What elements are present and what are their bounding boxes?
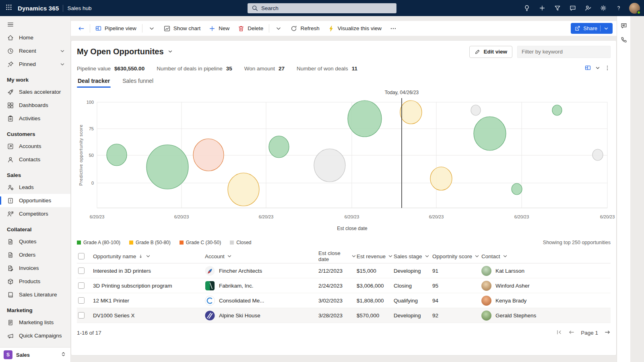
column-header-est-close-date[interactable]: Est close date bbox=[318, 250, 357, 262]
cell-account[interactable]: Fabrikam, Inc. bbox=[205, 281, 318, 291]
cell-opportunity-name[interactable]: DV1000 Series X bbox=[93, 313, 205, 319]
row-checkbox[interactable] bbox=[78, 282, 85, 289]
share-button[interactable]: Share bbox=[571, 23, 613, 34]
new-button[interactable]: New bbox=[205, 23, 233, 34]
svg-text:6/20/23: 6/20/23 bbox=[90, 214, 105, 219]
edit-view-button[interactable]: Edit view bbox=[469, 46, 512, 58]
edit-view-label: Edit view bbox=[483, 49, 507, 55]
sidebar-item-activities[interactable]: Activities bbox=[0, 112, 70, 125]
sidebar-item-contacts[interactable]: Contacts bbox=[0, 153, 70, 166]
table-row[interactable]: DV1000 Series XAlpine Ski House3/28/2023… bbox=[77, 308, 611, 323]
help-icon[interactable] bbox=[612, 2, 625, 14]
row-checkbox[interactable] bbox=[78, 297, 85, 304]
stat-number-of-deals-in-pipeline: Number of deals in pipeline35 bbox=[157, 66, 232, 72]
area-switcher[interactable]: S Sales bbox=[0, 347, 70, 362]
column-header-account[interactable]: Account bbox=[205, 253, 318, 259]
delete-button[interactable]: Delete bbox=[234, 23, 267, 34]
stat-won-amount: Won amount27 bbox=[244, 66, 285, 72]
back-button[interactable] bbox=[74, 23, 89, 34]
more-options-kebab-icon[interactable] bbox=[604, 65, 611, 72]
column-header-opportnity-score[interactable]: Opportnity score bbox=[432, 253, 481, 259]
sidebar-item-quotes[interactable]: Quotes bbox=[0, 235, 70, 248]
main-content: Pipeline viewShow chartNewDeleteRefreshV… bbox=[71, 16, 617, 362]
tab-sales-funnel[interactable]: Sales funnel bbox=[122, 78, 154, 88]
visualize-this-view-button[interactable]: Visualize this view bbox=[324, 23, 385, 34]
sidebar-item-recent[interactable]: Recent bbox=[0, 44, 70, 58]
pipeline-view-button[interactable]: Pipeline view bbox=[91, 23, 140, 34]
table-row[interactable]: 12 MK1 PrinterConsolidated Me...3/02/202… bbox=[77, 293, 611, 308]
cell-opportunity-name[interactable]: 12 MK1 Printer bbox=[93, 298, 205, 304]
view-layout-icon[interactable] bbox=[584, 64, 591, 72]
table-row[interactable]: 3D Printing subscription programFabrikam… bbox=[77, 278, 611, 293]
sidebar-item-products[interactable]: Products bbox=[0, 275, 70, 288]
column-header-sales-stage[interactable]: Sales stage bbox=[394, 253, 432, 259]
sidebar-item-orders[interactable]: Orders bbox=[0, 248, 70, 261]
cell-contact[interactable]: Kenya Brady bbox=[481, 296, 611, 306]
sidebar-item-invoices[interactable]: Invoices bbox=[0, 261, 70, 275]
previous-page-button[interactable] bbox=[568, 329, 575, 337]
sidebar-item-pinned[interactable]: Pinned bbox=[0, 58, 70, 71]
user-avatar[interactable] bbox=[629, 3, 640, 14]
first-page-button[interactable] bbox=[556, 329, 562, 337]
chevron-down-icon bbox=[227, 253, 232, 259]
contact-avatar bbox=[481, 281, 491, 291]
deal-tracker-chart[interactable]: 100755006/20/236/20/236/20/236/20/236/20… bbox=[77, 88, 611, 237]
select-all-checkbox[interactable] bbox=[78, 253, 85, 259]
row-checkbox[interactable] bbox=[78, 267, 85, 274]
sidebar-item-leads[interactable]: Leads bbox=[0, 181, 70, 194]
table-row[interactable]: Interested in 3D printersFincher Archite… bbox=[77, 263, 611, 278]
lightbulb-icon[interactable] bbox=[520, 2, 533, 14]
sidebar-item-sales-literature[interactable]: Sales Literature bbox=[0, 288, 70, 301]
legend-label: Grade C (30-50) bbox=[186, 240, 221, 245]
row-checkbox[interactable] bbox=[78, 312, 85, 319]
command-label: Show chart bbox=[173, 25, 201, 31]
column-header-contact[interactable]: Contact bbox=[481, 253, 611, 259]
presence-available-badge bbox=[637, 10, 641, 14]
tab-deal-tracker[interactable]: Deal tracker bbox=[77, 78, 111, 88]
cell-contact[interactable]: Gerald Stephens bbox=[481, 311, 611, 321]
chevron-down-button[interactable] bbox=[144, 23, 159, 34]
sidebar-item-sales-accelerator[interactable]: Sales accelerator bbox=[0, 85, 70, 99]
sidebar-item-label: Contacts bbox=[19, 156, 40, 162]
sidebar-item-quick-campaigns[interactable]: Quick Campaigns bbox=[0, 329, 70, 342]
sidebar-collapse-hamburger-icon[interactable] bbox=[0, 16, 70, 31]
column-header-est-revenue[interactable]: Est revenue bbox=[357, 253, 394, 259]
stat-label: Number of won deals bbox=[297, 66, 348, 72]
sidebar-item-accounts[interactable]: Accounts bbox=[0, 140, 70, 153]
sidebar-item-competitors[interactable]: Competitors bbox=[0, 207, 70, 220]
user-arrow-icon[interactable] bbox=[582, 2, 594, 14]
sidebar-item-marketing-lists[interactable]: Marketing lists bbox=[0, 316, 70, 329]
command-bar: Pipeline viewShow chartNewDeleteRefreshV… bbox=[71, 21, 617, 36]
cell-account[interactable]: Consolidated Me... bbox=[205, 296, 318, 306]
cell-opportunity-name[interactable]: Interested in 3D printers bbox=[93, 268, 205, 274]
next-page-button[interactable] bbox=[604, 329, 611, 337]
phone-icon[interactable] bbox=[620, 36, 627, 43]
chevron-down-icon[interactable] bbox=[595, 65, 601, 72]
ellipsis-button[interactable] bbox=[386, 23, 400, 34]
sidebar-item-home[interactable]: Home bbox=[0, 31, 70, 44]
column-header-opportunity-name[interactable]: Opportunity name bbox=[93, 253, 205, 259]
show-chart-button[interactable]: Show chart bbox=[160, 23, 204, 34]
cell-opportunity-name[interactable]: 3D Printing subscription program bbox=[93, 283, 205, 289]
pencil-icon bbox=[475, 49, 481, 55]
plus-icon[interactable] bbox=[536, 2, 549, 14]
chat-icon[interactable] bbox=[566, 2, 579, 14]
sidebar-item-opportunities[interactable]: Opportunities bbox=[0, 194, 70, 207]
svg-text:Predictive opportunity score: Predictive opportunity score bbox=[78, 124, 83, 186]
cell-contact[interactable]: Winford Asher bbox=[481, 281, 611, 291]
stat-number-of-won-deals: Number of won deals11 bbox=[297, 66, 357, 72]
global-search-input[interactable]: Search bbox=[248, 3, 396, 13]
cell-account[interactable]: Fincher Architects bbox=[205, 266, 318, 276]
view-title-dropdown[interactable]: My Open Opportunites bbox=[77, 47, 173, 56]
cell-contact[interactable]: Kat Larsson bbox=[481, 266, 611, 276]
filter-icon[interactable] bbox=[551, 2, 564, 14]
cell-account[interactable]: Alpine Ski House bbox=[205, 311, 318, 321]
chevron-down-button[interactable] bbox=[271, 23, 286, 34]
filter-by-keyword-input[interactable] bbox=[517, 46, 611, 58]
gear-icon[interactable] bbox=[597, 2, 610, 14]
sidebar-item-label: Leads bbox=[19, 184, 34, 190]
comment-icon[interactable] bbox=[620, 22, 627, 29]
app-launcher-waffle-icon[interactable] bbox=[0, 0, 18, 16]
sidebar-item-dashboards[interactable]: Dashboards bbox=[0, 99, 70, 112]
refresh-button[interactable]: Refresh bbox=[287, 23, 323, 34]
